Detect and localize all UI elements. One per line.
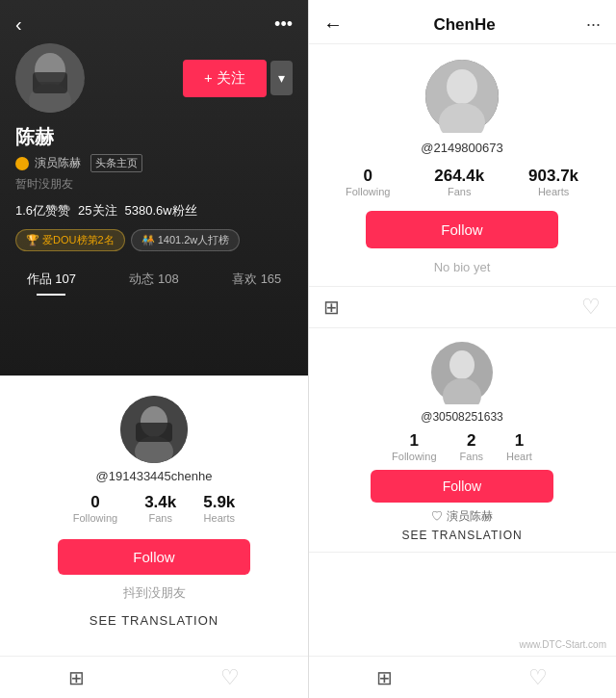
right-fans-num: 264.4k [434,167,484,186]
headline-tag[interactable]: 头条主页 [90,154,142,172]
likes-stat: 1.6亿赞赞 [15,202,70,220]
tab-likes[interactable]: 喜欢 165 [205,263,308,296]
right-more-button[interactable]: ··· [586,14,601,35]
right-back-button[interactable]: ← [323,13,343,36]
left-tabs: 作品 107 动态 108 喜欢 165 [0,263,308,297]
avatar-image [15,43,85,113]
grid-icon-right[interactable]: ⊞ [323,296,340,319]
ranking-row: 🏆 爱DOU榜第2名 🧑‍🤝‍🧑 1401.2w人打榜 [15,229,293,251]
stats-row-left: 1.6亿赞赞 25关注 5380.6w粉丝 [15,202,293,220]
follow-dropdown-left[interactable]: ▾ [270,61,293,95]
sug-stats-right: 1 Following 2 Fans 1 Heart [392,431,532,462]
svg-rect-8 [136,423,172,442]
sug-avatar-right [431,342,494,404]
following-stat: 25关注 [78,202,116,220]
suggested-avatar-left [120,396,188,463]
suggested-handle-left: @191433445chenhe [96,469,213,483]
heart-icon-right[interactable]: ♡ [581,295,601,320]
right-hearts-label: Hearts [528,186,578,197]
suggested-following-num: 0 [73,493,117,512]
right-following-col: 0 Following [346,167,390,197]
svg-point-13 [449,350,475,379]
right-following-label: Following [346,186,390,197]
divider-icons-right: ⊞ ♡ [308,286,616,328]
right-following-num: 0 [346,167,390,186]
suggested-fans-num: 3.4k [144,493,176,512]
left-suggested: @191433445chenhe 0 Following 3.4k Fans 5… [0,375,308,698]
bottom-nav-left: ⊞ ♡ [0,656,308,698]
tab-dynamic[interactable]: 动态 108 [103,263,206,296]
right-title: ChenHe [433,15,495,35]
right-hearts-num: 903.7k [528,167,578,186]
grid-menu-icon-left[interactable]: ⊞ [68,666,85,689]
suggested-hearts-col: 5.9k Hearts [203,493,235,524]
no-friends-label: 暂时没朋友 [15,176,293,193]
svg-point-10 [447,69,477,104]
grid-menu-icon-right[interactable]: ⊞ [376,666,393,689]
suggested-fans-col: 3.4k Fans [144,493,176,524]
username-left: 陈赫 [15,124,293,150]
right-hearts-col: 903.7k Hearts [528,167,578,197]
sug-hearts-col: 1 Heart [506,431,532,462]
sug-hearts-label: Heart [506,451,532,462]
fans-stat: 5380.6w粉丝 [125,202,197,220]
sug-following-num: 1 [392,431,436,451]
left-profile-section: + 关注 ▾ 陈赫 演员陈赫 头条主页 暂时没朋友 1.6亿赞赞 25关注 53… [0,43,308,251]
sug-following-col: 1 Following [392,431,436,462]
left-more-button[interactable]: ••• [274,14,293,35]
follow-button-suggested-left[interactable]: Follow [58,539,250,575]
tab-works[interactable]: 作品 107 [0,263,103,296]
heart-icon-bottom-right[interactable]: ♡ [528,665,548,690]
svg-rect-4 [33,72,67,93]
no-bio-label: No bio yet [434,260,491,274]
follow-button-suggested-right[interactable]: Follow [371,470,553,503]
left-back-button[interactable]: ‹ [15,13,22,36]
sug-fans-label: Fans [460,451,483,462]
sug-fans-num: 2 [460,431,483,451]
follow-button-left[interactable]: + 关注 [183,60,267,97]
ranking-chip-1[interactable]: 🏆 爱DOU榜第2名 [15,229,125,251]
badge-row: 演员陈赫 头条主页 [15,154,293,172]
bio-left: 抖到没朋友 [123,584,186,602]
sug-hearts-num: 1 [506,431,532,451]
see-translation-left[interactable]: SEE TRANSLATION [90,613,218,628]
suggested-hearts-num: 5.9k [203,493,235,512]
sug-handle-right: @30508251633 [421,410,503,424]
right-profile-section: @2149800673 0 Following 264.4k Fans 903.… [308,44,616,286]
suggested-following-label: Following [73,512,117,524]
panel-divider [308,0,309,698]
suggested-hearts-label: Hearts [203,512,235,524]
right-fans-col: 264.4k Fans [434,167,484,197]
suggested-stats-left: 0 Following 3.4k Fans 5.9k Hearts [73,493,236,524]
suggested-following-col: 0 Following [73,493,117,524]
bottom-nav-right: ⊞ ♡ [308,656,616,698]
suggested-fans-label: Fans [144,512,176,524]
right-handle: @2149800673 [421,141,503,155]
sug-following-label: Following [392,451,436,462]
avatar-right [425,60,499,133]
watermark: www.DTC-Start.com [519,639,606,650]
sug-fans-col: 2 Fans [460,431,483,462]
right-stats-row: 0 Following 264.4k Fans 903.7k Hearts [323,167,601,197]
right-fans-label: Fans [434,186,484,197]
left-panel: ‹ ••• + 关注 ▾ [0,0,308,698]
avatar [15,43,85,113]
right-top-bar: ← ChenHe ··· [308,0,616,44]
heart-icon-left[interactable]: ♡ [220,665,240,690]
ranking-chip-2[interactable]: 🧑‍🤝‍🧑 1401.2w人打榜 [131,229,241,251]
profile-header-row: + 关注 ▾ [15,43,293,113]
suggested-card-right: @30508251633 1 Following 2 Fans 1 Heart … [308,328,616,553]
badge-label: 演员陈赫 [35,155,81,171]
follow-button-right[interactable]: Follow [366,211,558,248]
bio-sug-right: ♡ 演员陈赫 [431,508,492,525]
left-top-bar: ‹ ••• [0,0,308,43]
see-translation-right[interactable]: SEE TRANSLATION [401,529,522,542]
right-panel: ← ChenHe ··· @2149800673 0 Following 264… [308,0,616,698]
badge-icon [15,157,29,170]
